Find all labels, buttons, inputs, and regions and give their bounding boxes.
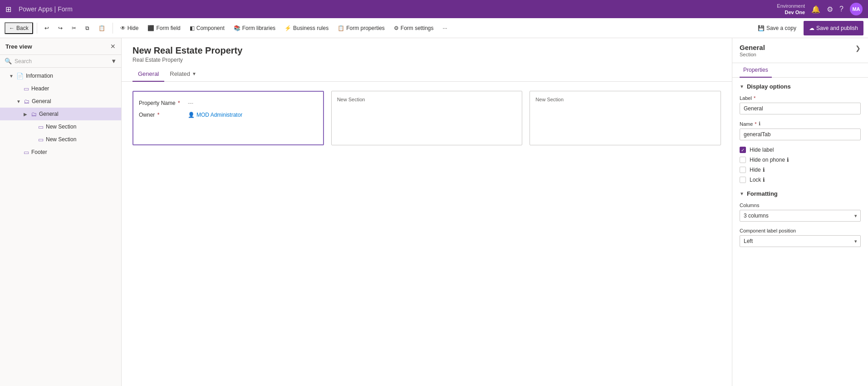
tab-related[interactable]: Related ▼ [164, 67, 202, 82]
form-section-new-2[interactable]: New Section [530, 91, 721, 145]
tab-general[interactable]: General [132, 67, 164, 82]
cut-button[interactable]: ✂ [68, 21, 80, 35]
hide-on-phone-checkbox-label: Hide on phone ℹ [750, 157, 789, 163]
tree-area: ▼ 📄 Information ▶ ▭ Header ▼ 🗂 General ▶… [0, 68, 121, 386]
search-icon: 🔍 [5, 58, 12, 64]
name-field-required: * [755, 121, 756, 127]
waffle-icon[interactable]: ⊞ [5, 5, 11, 14]
undo-button[interactable]: ↩ [41, 21, 53, 35]
owner-required: * [156, 112, 159, 118]
checkbox-check-icon: ✓ [741, 148, 745, 153]
component-label-position-select[interactable]: Left Top Right [740, 235, 861, 247]
form-settings-icon: ⚙ [394, 25, 399, 31]
hide-label-checkbox-label: Hide label [750, 147, 774, 153]
columns-field-label: Columns [740, 203, 861, 208]
form-libraries-button[interactable]: 📚 Form libraries [230, 21, 279, 35]
panel-tab-properties[interactable]: Properties [740, 63, 772, 78]
formatting-section: ▼ Formatting Columns 1 column 2 columns … [740, 190, 861, 247]
copy-button[interactable]: ⧉ [82, 21, 93, 35]
formatting-label: Formatting [747, 190, 778, 197]
name-input[interactable] [740, 129, 861, 140]
avatar[interactable]: MA [850, 3, 863, 15]
form-area: New Real Estate Property Real Estate Pro… [122, 38, 732, 386]
sidebar-item-general-outer[interactable]: ▼ 🗂 General [0, 95, 121, 108]
form-header: New Real Estate Property Real Estate Pro… [122, 38, 732, 63]
sidebar-close-button[interactable]: ✕ [110, 43, 116, 50]
sidebar-item-general-outer-label: General [32, 98, 51, 104]
help-icon[interactable]: ? [839, 5, 843, 13]
hide-on-phone-info-icon[interactable]: ℹ [787, 157, 789, 163]
form-libraries-icon: 📚 [234, 25, 240, 31]
hide-info-icon[interactable]: ℹ [763, 167, 765, 173]
name-info-icon[interactable]: ℹ [759, 121, 760, 127]
form-section-main[interactable]: Property Name * --- Owner * 👤 MOD Admini… [132, 91, 324, 145]
sidebar-item-footer[interactable]: ▶ ▭ Footer [0, 146, 121, 158]
footer-section-icon: ▭ [24, 149, 29, 156]
paste-button[interactable]: 📋 [95, 21, 109, 35]
hide-on-phone-checkbox[interactable] [740, 157, 746, 163]
sidebar-item-new-section-1[interactable]: ▶ ▭ New Section [0, 120, 121, 133]
toolbar-right-actions: 💾 Save a copy ☁ Save and publish [753, 21, 863, 35]
form-properties-button[interactable]: 📋 Form properties [334, 21, 388, 35]
lock-checkbox[interactable] [740, 177, 746, 183]
environment-block: Environment Dev One [777, 3, 805, 16]
columns-select[interactable]: 1 column 2 columns 3 columns 4 columns [740, 210, 861, 222]
panel-header: General Section ❯ [732, 38, 868, 63]
formatting-header[interactable]: ▼ Formatting [740, 190, 861, 197]
toolbar-separator-1 [37, 23, 37, 34]
form-section-new-1[interactable]: New Section [331, 91, 523, 145]
hide-label-checkbox[interactable]: ✓ [740, 147, 746, 153]
display-options-header[interactable]: ▼ Display options [740, 83, 861, 90]
copy-icon: ⧉ [85, 25, 89, 31]
lock-checkbox-row: Lock ℹ [740, 177, 861, 183]
search-input[interactable] [15, 58, 108, 64]
owner-person-icon: 👤 [188, 112, 195, 118]
sidebar-item-header[interactable]: ▶ ▭ Header [0, 82, 121, 95]
notification-icon[interactable]: 🔔 [811, 5, 820, 14]
form-sections: Property Name * --- Owner * 👤 MOD Admini… [132, 91, 721, 145]
redo-icon: ↪ [58, 25, 63, 31]
sidebar-item-general-inner[interactable]: ▶ 🗂 General [0, 108, 121, 120]
label-field-required: * [754, 95, 755, 101]
back-button[interactable]: ← Back [5, 22, 33, 34]
label-input[interactable] [740, 103, 861, 114]
save-copy-icon: 💾 [758, 25, 765, 31]
sidebar-item-new-section-2[interactable]: ▶ ▭ New Section [0, 133, 121, 146]
panel-close-button[interactable]: ❯ [855, 45, 861, 52]
lock-checkbox-label: Lock ℹ [750, 177, 765, 183]
toolbar: ← Back ↩ ↪ ✂ ⧉ 📋 👁 Hide ⬛ Form field ◧ C… [0, 18, 868, 38]
form-subtitle: Real Estate Property [132, 57, 721, 63]
business-rules-button[interactable]: ⚡ Business rules [281, 21, 332, 35]
new-section-2-icon: ▭ [38, 136, 44, 143]
form-settings-button[interactable]: ⚙ Form settings [390, 21, 437, 35]
component-button[interactable]: ◧ Component [186, 21, 228, 35]
hide-label-checkbox-row: ✓ Hide label [740, 147, 861, 153]
hide-button[interactable]: 👁 Hide [117, 21, 142, 35]
name-field-label: Name * ℹ [740, 121, 861, 127]
general-inner-chevron-icon: ▶ [24, 112, 29, 117]
panel-title-block: General Section [740, 44, 765, 57]
lock-info-icon[interactable]: ℹ [763, 177, 765, 183]
header-section-icon: ▭ [24, 85, 29, 92]
sidebar-item-general-inner-label: General [39, 111, 59, 117]
property-name-label: Property Name * [139, 100, 184, 106]
sidebar-item-information[interactable]: ▼ 📄 Information [0, 69, 121, 82]
redo-button[interactable]: ↪ [54, 21, 66, 35]
information-chevron-icon: ▼ [9, 74, 15, 79]
display-options-label: Display options [747, 83, 791, 90]
save-publish-button[interactable]: ☁ Save and publish [804, 21, 863, 35]
owner-value[interactable]: 👤 MOD Administrator [188, 112, 242, 118]
settings-icon[interactable]: ⚙ [827, 5, 833, 14]
filter-icon[interactable]: ▼ [111, 58, 117, 64]
display-options-chevron-icon: ▼ [740, 84, 744, 89]
save-copy-button[interactable]: 💾 Save a copy [753, 21, 801, 35]
hide-checkbox[interactable] [740, 167, 746, 173]
sidebar-item-header-label: Header [31, 85, 49, 92]
component-label-position-select-wrapper: Left Top Right [740, 235, 861, 247]
form-field-button[interactable]: ⬛ Form field [144, 21, 184, 35]
related-dropdown-icon[interactable]: ▼ [192, 71, 196, 76]
topbar: ⊞ Power Apps | Form Environment Dev One … [0, 0, 868, 18]
form-section-new-1-title: New Section [337, 97, 517, 102]
more-button[interactable]: ··· [439, 21, 451, 35]
sidebar-title: Tree view [5, 43, 32, 50]
